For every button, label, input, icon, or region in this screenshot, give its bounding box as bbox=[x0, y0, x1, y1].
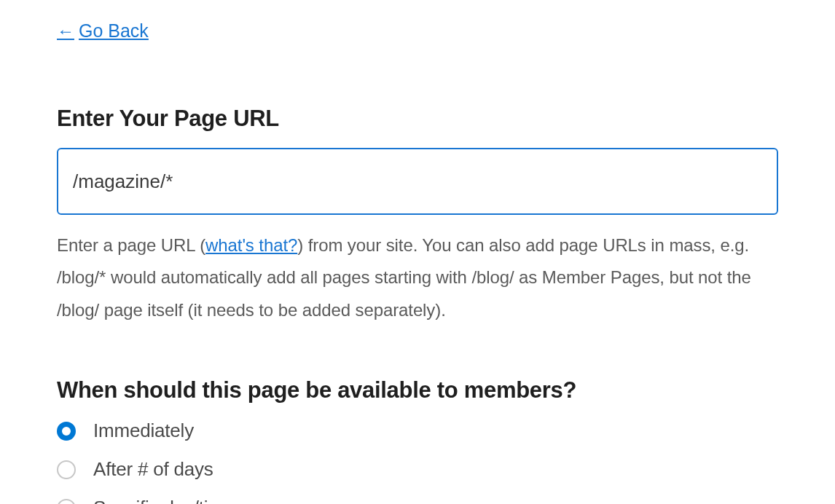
radio-label: Specific day/time bbox=[93, 497, 234, 504]
radio-label: After # of days bbox=[93, 458, 213, 481]
helper-prefix: Enter a page URL ( bbox=[57, 235, 205, 255]
go-back-label: Go Back bbox=[79, 20, 149, 42]
go-back-link[interactable]: ← Go Back bbox=[57, 20, 149, 42]
radio-icon bbox=[57, 499, 76, 504]
radio-label: Immediately bbox=[93, 420, 194, 442]
radio-icon bbox=[57, 422, 76, 441]
radio-option-after-days[interactable]: After # of days bbox=[57, 458, 778, 481]
whats-that-link[interactable]: what's that? bbox=[205, 235, 297, 255]
radio-option-specific-time[interactable]: Specific day/time bbox=[57, 497, 778, 504]
arrow-left-icon: ← bbox=[57, 21, 74, 42]
availability-radio-group: Immediately After # of days Specific day… bbox=[57, 420, 778, 504]
url-helper-text: Enter a page URL (what's that?) from you… bbox=[57, 229, 778, 326]
url-section-heading: Enter Your Page URL bbox=[57, 106, 778, 132]
page-url-input[interactable] bbox=[57, 148, 778, 215]
availability-heading: When should this page be available to me… bbox=[57, 377, 778, 403]
radio-icon bbox=[57, 460, 76, 479]
radio-option-immediately[interactable]: Immediately bbox=[57, 420, 778, 442]
